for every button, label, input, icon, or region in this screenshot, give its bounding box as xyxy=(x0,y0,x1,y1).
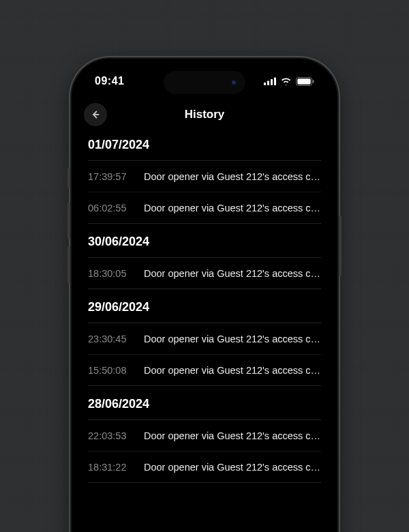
entry-description: Door opener via Guest 212's access code xyxy=(144,430,321,441)
battery-icon xyxy=(296,77,314,86)
status-bar: 09:41 xyxy=(76,63,333,100)
entry-description: Door opener via Guest 212's access code xyxy=(144,365,321,376)
history-entry[interactable]: 23:30:45 Door opener via Guest 212's acc… xyxy=(88,323,321,355)
side-button-power xyxy=(339,216,342,277)
svg-rect-2 xyxy=(271,79,273,85)
status-time: 09:41 xyxy=(95,75,124,87)
history-entry[interactable]: 17:39:57 Door opener via Guest 212's acc… xyxy=(88,161,321,192)
back-button[interactable] xyxy=(84,103,107,126)
svg-rect-6 xyxy=(313,80,314,83)
date-header: 30/06/2024 xyxy=(88,224,321,258)
wifi-icon xyxy=(280,77,292,85)
svg-rect-5 xyxy=(297,78,310,84)
entry-description: Door opener via Guest 212's access code xyxy=(144,203,321,213)
entry-description: Door opener via Guest 212's access code xyxy=(144,268,321,279)
page-title: History xyxy=(185,108,225,121)
cellular-signal-icon xyxy=(264,77,276,85)
status-icons xyxy=(264,77,314,86)
entry-time: 18:31:22 xyxy=(88,462,132,473)
history-entry[interactable]: 18:30:05 Door opener via Guest 212's acc… xyxy=(88,258,321,289)
phone-device-frame: 09:41 xyxy=(72,59,337,532)
history-list[interactable]: 01/07/2024 17:39:57 Door opener via Gues… xyxy=(76,130,333,483)
svg-rect-0 xyxy=(264,83,266,85)
app-header: History xyxy=(76,100,333,130)
arrow-left-icon xyxy=(89,108,102,121)
entry-description: Door opener via Guest 212's access code xyxy=(144,171,321,182)
svg-rect-3 xyxy=(274,78,276,86)
entry-description: Door opener via Guest 212's access code xyxy=(144,462,321,473)
history-entry[interactable]: 22:03:53 Door opener via Guest 212's acc… xyxy=(88,420,321,452)
svg-rect-1 xyxy=(267,81,269,86)
entry-time: 23:30:45 xyxy=(88,334,132,344)
entry-time: 18:30:05 xyxy=(88,268,132,279)
entry-time: 17:39:57 xyxy=(88,171,132,182)
side-button-volume-down xyxy=(67,246,70,284)
history-entry[interactable]: 15:50:08 Door opener via Guest 212's acc… xyxy=(88,355,321,386)
history-entry[interactable]: 18:31:22 Door opener via Guest 212's acc… xyxy=(88,452,321,483)
camera-dot-icon xyxy=(232,80,236,85)
date-header: 29/06/2024 xyxy=(88,289,321,323)
dynamic-island xyxy=(164,71,245,94)
phone-screen: 09:41 xyxy=(76,63,333,532)
history-entry[interactable]: 06:02:55 Door opener via Guest 212's acc… xyxy=(88,192,321,224)
date-header: 01/07/2024 xyxy=(88,135,321,161)
side-button-volume-up xyxy=(67,202,70,239)
entry-time: 22:03:53 xyxy=(88,430,132,441)
entry-time: 06:02:55 xyxy=(88,203,132,213)
entry-description: Door opener via Guest 212's access code xyxy=(144,334,321,344)
date-header: 28/06/2024 xyxy=(88,386,321,420)
entry-time: 15:50:08 xyxy=(88,365,132,376)
side-button-silence xyxy=(67,168,70,188)
